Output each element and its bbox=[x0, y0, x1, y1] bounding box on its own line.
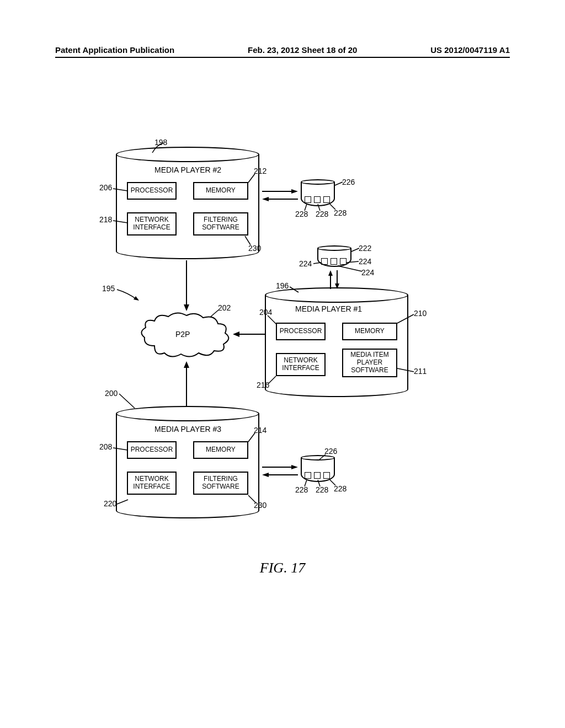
leader-230b bbox=[248, 495, 257, 504]
svg-line-21 bbox=[245, 236, 250, 245]
ref-195: 195 bbox=[102, 284, 115, 293]
arrow-mp1-to-222 bbox=[328, 270, 333, 289]
mp3-network: NETWORK INTERFACE bbox=[127, 472, 177, 495]
svg-line-44 bbox=[318, 480, 320, 486]
leader-202 bbox=[211, 310, 220, 318]
svg-line-18 bbox=[248, 174, 255, 183]
svg-line-39 bbox=[248, 433, 255, 442]
mini-228 bbox=[305, 472, 311, 479]
ref-202: 202 bbox=[218, 303, 231, 312]
mini-224 bbox=[340, 258, 347, 265]
ref-222: 222 bbox=[359, 244, 371, 253]
svg-line-38 bbox=[113, 448, 127, 450]
svg-line-42 bbox=[319, 454, 326, 460]
media-player-3-title: MEDIA PLAYER #3 bbox=[154, 425, 221, 433]
p2p-label: P2P bbox=[175, 330, 190, 339]
arrow-mp2-to-226 bbox=[262, 189, 298, 194]
leader-214 bbox=[247, 433, 256, 444]
leader-226a bbox=[335, 182, 344, 186]
arrow-222-to-mp1 bbox=[334, 270, 340, 289]
svg-marker-3 bbox=[184, 361, 189, 368]
ref-224b: 224 bbox=[359, 257, 371, 266]
ref-208: 208 bbox=[99, 442, 112, 451]
mini-228 bbox=[314, 196, 321, 203]
mp3-memory: MEMORY bbox=[193, 441, 248, 459]
svg-marker-17 bbox=[328, 270, 333, 276]
leader-230a bbox=[244, 236, 253, 246]
ref-220: 220 bbox=[104, 499, 116, 508]
leader-228c bbox=[330, 204, 337, 211]
mp2-network: NETWORK INTERFACE bbox=[127, 212, 177, 235]
leader-212 bbox=[247, 174, 256, 185]
leader-228a bbox=[303, 204, 309, 212]
svg-line-20 bbox=[113, 221, 127, 223]
ref-200: 200 bbox=[105, 389, 118, 398]
leader-211 bbox=[397, 368, 415, 374]
svg-line-24 bbox=[318, 204, 320, 211]
leader-222 bbox=[351, 248, 360, 253]
ref-224c: 224 bbox=[361, 268, 374, 277]
figure-diagram: MEDIA PLAYER #2 PROCESSOR MEMORY NETWORK… bbox=[88, 138, 475, 546]
svg-marker-1 bbox=[184, 304, 189, 311]
svg-line-28 bbox=[347, 261, 359, 263]
mp3-processor: PROCESSOR bbox=[127, 441, 177, 459]
mp2-filtering: FILTERING SOFTWARE bbox=[193, 212, 248, 235]
svg-line-41 bbox=[248, 495, 256, 503]
mini-228 bbox=[314, 472, 321, 479]
svg-line-45 bbox=[330, 480, 335, 485]
svg-marker-11 bbox=[291, 465, 298, 469]
mp2-processor: PROCESSOR bbox=[127, 182, 177, 200]
mp1-network: NETWORK INTERFACE bbox=[276, 353, 326, 376]
header-mid: Feb. 23, 2012 Sheet 18 of 20 bbox=[248, 45, 357, 55]
leader-228e bbox=[317, 480, 322, 488]
leader-218 bbox=[113, 220, 129, 224]
leader-220 bbox=[117, 500, 129, 505]
svg-line-26 bbox=[351, 248, 359, 251]
svg-marker-13 bbox=[262, 473, 269, 477]
svg-line-34 bbox=[397, 314, 414, 323]
leader-228b bbox=[317, 204, 322, 212]
mini-228 bbox=[305, 196, 311, 203]
svg-marker-31 bbox=[134, 296, 139, 301]
svg-line-32 bbox=[211, 310, 218, 317]
leader-224b bbox=[347, 261, 360, 264]
svg-marker-7 bbox=[291, 189, 298, 194]
arrow-mp3-to-p2p bbox=[183, 361, 190, 406]
svg-line-27 bbox=[313, 263, 321, 264]
svg-line-25 bbox=[330, 204, 335, 210]
arrow-226b-to-mp3 bbox=[262, 472, 298, 478]
mp2-memory: MEMORY bbox=[193, 182, 248, 200]
svg-line-22 bbox=[335, 182, 343, 185]
leader-195 bbox=[117, 290, 139, 301]
mp1-processor: PROCESSOR bbox=[276, 323, 326, 340]
svg-marker-9 bbox=[262, 197, 269, 201]
header-left: Patent Application Publication bbox=[55, 45, 174, 55]
leader-206 bbox=[113, 188, 129, 192]
svg-line-19 bbox=[113, 189, 127, 191]
page-header: Patent Application Publication Feb. 23, … bbox=[55, 45, 510, 58]
ref-224a: 224 bbox=[299, 259, 312, 268]
leader-226b bbox=[319, 454, 327, 461]
mini-224 bbox=[331, 258, 337, 265]
mini-228 bbox=[323, 472, 330, 479]
mp3-filtering: FILTERING SOFTWARE bbox=[193, 472, 248, 495]
ref-210: 210 bbox=[414, 309, 427, 318]
mini-228 bbox=[323, 196, 330, 203]
leader-196 bbox=[290, 287, 300, 293]
arrow-mp2-to-p2p bbox=[183, 260, 190, 311]
ref-216: 216 bbox=[257, 381, 269, 389]
svg-line-43 bbox=[305, 480, 307, 486]
leader-210 bbox=[397, 314, 415, 324]
svg-line-40 bbox=[117, 500, 128, 504]
ref-196: 196 bbox=[276, 281, 289, 290]
mp1-playersw: MEDIA ITEM PLAYER SOFTWARE bbox=[342, 349, 397, 377]
svg-marker-5 bbox=[233, 331, 239, 337]
leader-198 bbox=[152, 143, 163, 154]
figure-caption: FIG. 17 bbox=[0, 560, 565, 576]
svg-line-36 bbox=[268, 376, 276, 384]
ref-218: 218 bbox=[99, 215, 112, 224]
svg-line-33 bbox=[268, 315, 276, 324]
leader-204 bbox=[268, 315, 278, 325]
header-right: US 2012/0047119 A1 bbox=[430, 45, 510, 55]
ref-206: 206 bbox=[99, 183, 112, 192]
